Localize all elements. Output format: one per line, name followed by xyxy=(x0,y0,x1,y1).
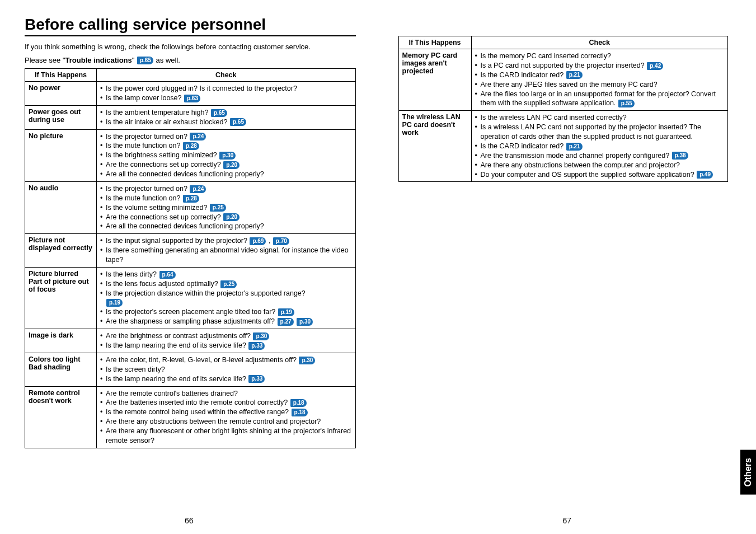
page-ref-icon[interactable]: p.19 xyxy=(106,299,123,307)
check-cell: Is the projector turned on? p.24Is the m… xyxy=(97,129,356,181)
check-item: Is the lens dirty? p.64 xyxy=(100,270,352,279)
page-ref-icon[interactable]: p.42 xyxy=(647,62,663,70)
page-ref-icon[interactable]: p.30 xyxy=(297,318,313,326)
page-ref-icon[interactable]: p.30 xyxy=(219,152,236,160)
check-item: Is the wireless LAN PC card inserted cor… xyxy=(475,113,725,123)
page-ref-icon[interactable]: p.18 xyxy=(292,409,308,416)
page-ref-icon[interactable]: p.65 xyxy=(137,57,153,64)
check-item: Are all the connected devices functionin… xyxy=(100,170,352,179)
table-row: Picture blurred Part of picture out of f… xyxy=(25,267,356,329)
check-item: Are the batteries inserted into the remo… xyxy=(100,398,352,407)
check-cell: Are the remote control's batteries drain… xyxy=(97,386,356,448)
side-tab-others: Others xyxy=(740,450,756,495)
check-item: Is the CARD indicator red? p.21 xyxy=(475,71,725,80)
issue-cell: Remote control doesn't work xyxy=(25,386,97,448)
check-item: Is the projection distance within the pr… xyxy=(100,289,352,308)
check-cell: Are the brightness or contrast adjustmen… xyxy=(97,329,356,353)
check-cell: Is the wireless LAN PC card inserted cor… xyxy=(471,111,728,182)
page-ref-icon[interactable]: p.33 xyxy=(248,375,265,383)
page-ref-icon[interactable]: p.65 xyxy=(211,109,227,117)
check-item: Is the mute function on? p.28 xyxy=(100,194,352,203)
check-item: Is the power cord plugged in? Is it conn… xyxy=(100,84,352,93)
page-ref-icon[interactable]: p.65 xyxy=(230,118,246,126)
page-ref-icon[interactable]: p.69 xyxy=(250,237,266,245)
table-row: The wireless LAN PC card doesn't workIs … xyxy=(398,111,728,182)
intro-line-2: Please see "Trouble indications" p.65 as… xyxy=(25,55,356,65)
table-row: Image is darkAre the brightness or contr… xyxy=(25,329,356,353)
page-ref-icon[interactable]: p.38 xyxy=(672,152,688,160)
page-ref-icon[interactable]: p.27 xyxy=(278,318,294,326)
table-row: No pictureIs the projector turned on? p.… xyxy=(25,129,356,181)
page-ref-icon[interactable]: p.25 xyxy=(220,280,237,288)
page-ref-icon[interactable]: p.28 xyxy=(183,195,199,203)
check-cell: Is the memory PC card inserted correctly… xyxy=(471,49,728,111)
check-item: Are there any obstructions between the r… xyxy=(100,417,352,427)
table-row: Power goes out during useIs the ambient … xyxy=(25,105,356,129)
page-ref-icon[interactable]: p.20 xyxy=(223,161,240,169)
th-check: Check xyxy=(471,36,728,49)
page-ref-icon[interactable]: p.55 xyxy=(618,100,635,107)
page-number-right: 67 xyxy=(378,516,757,525)
check-item: Is the remote control being used within … xyxy=(100,407,352,417)
page-ref-icon[interactable]: p.21 xyxy=(566,71,583,79)
check-item: Are the connections set up correctly? p.… xyxy=(100,213,352,222)
issue-cell: No audio xyxy=(25,181,97,233)
check-item: Is the ambient temperature high? p.65 xyxy=(100,108,352,118)
check-item: Are the color, tint, R-level, G-level, o… xyxy=(100,355,352,365)
table-row: No powerIs the power cord plugged in? Is… xyxy=(25,82,356,106)
troubleshoot-table-left: If This Happens Check No powerIs the pow… xyxy=(25,68,356,448)
page-ref-icon[interactable]: p.49 xyxy=(697,171,713,179)
page-title: Before calling service personnel xyxy=(25,16,356,36)
check-item: Is the projector's screen placement angl… xyxy=(100,307,352,317)
page-ref-icon[interactable]: p.20 xyxy=(223,213,240,221)
issue-cell: Picture blurred Part of picture out of f… xyxy=(25,267,97,329)
page-left: Before calling service personnel If you … xyxy=(0,0,378,534)
page-ref-icon[interactable]: p.63 xyxy=(184,95,200,102)
check-item: Is the projector turned on? p.24 xyxy=(100,184,352,194)
check-item: Is the mute function on? p.28 xyxy=(100,141,352,151)
check-item: Are there any JPEG files saved on the me… xyxy=(475,80,725,90)
check-item: Are the files too large or in an unsuppo… xyxy=(475,90,725,109)
check-cell: Is the input signal supported by the pro… xyxy=(97,234,356,268)
page-ref-icon[interactable]: p.25 xyxy=(210,204,226,212)
page-ref-icon[interactable]: p.64 xyxy=(159,271,176,279)
page-ref-icon[interactable]: p.70 xyxy=(273,237,289,245)
table-row: Picture not displayed correctlyIs the in… xyxy=(25,234,356,268)
issue-cell: No power xyxy=(25,82,97,106)
page-ref-icon[interactable]: p.24 xyxy=(190,185,206,193)
page-ref-icon[interactable]: p.30 xyxy=(299,357,315,364)
th-issue: If This Happens xyxy=(398,36,471,49)
th-issue: If This Happens xyxy=(25,69,97,82)
issue-cell: The wireless LAN PC card doesn't work xyxy=(398,111,471,182)
issue-cell: Memory PC card images aren't projected xyxy=(398,49,471,111)
check-cell: Is the projector turned on? p.24Is the m… xyxy=(97,181,356,233)
page-ref-icon[interactable]: p.28 xyxy=(183,142,199,150)
check-cell: Is the lens dirty? p.64Is the lens focus… xyxy=(97,267,356,329)
check-item: Are the brightness or contrast adjustmen… xyxy=(100,331,352,341)
page-ref-icon[interactable]: p.30 xyxy=(253,332,269,340)
table-row: Colors too light Bad shadingAre the colo… xyxy=(25,353,356,386)
check-item: Is the lamp nearing the end of its servi… xyxy=(100,374,352,384)
page-ref-icon[interactable]: p.19 xyxy=(278,308,294,316)
check-item: Is the volume setting minimized? p.25 xyxy=(100,203,352,213)
check-item: Is the CARD indicator red? p.21 xyxy=(475,142,725,151)
check-item: Is the input signal supported by the pro… xyxy=(100,236,352,246)
issue-cell: Colors too light Bad shading xyxy=(25,353,97,386)
check-item: Is the brightness setting minimized? p.3… xyxy=(100,151,352,160)
issue-cell: No picture xyxy=(25,129,97,181)
page-ref-icon[interactable]: p.21 xyxy=(566,143,583,151)
page-ref-icon[interactable]: p.24 xyxy=(190,133,206,140)
check-item: Are the remote control's batteries drain… xyxy=(100,389,352,399)
troubleshoot-table-right: If This Happens Check Memory PC card ima… xyxy=(398,36,729,182)
table-row: Remote control doesn't workAre the remot… xyxy=(25,386,356,448)
check-item: Is the screen dirty? xyxy=(100,365,352,374)
page-ref-icon[interactable]: p.33 xyxy=(248,342,265,350)
table-row: Memory PC card images aren't projectedIs… xyxy=(398,49,728,111)
check-item: Is there something generating an abnorma… xyxy=(100,246,352,265)
issue-cell: Power goes out during use xyxy=(25,105,97,129)
intro-line-1: If you think something is wrong, check t… xyxy=(25,42,356,52)
page-ref-icon[interactable]: p.18 xyxy=(290,399,307,407)
check-item: Is the lens focus adjusted optimally? p.… xyxy=(100,279,352,289)
issue-cell: Picture not displayed correctly xyxy=(25,234,97,268)
page-right: If This Happens Check Memory PC card ima… xyxy=(378,0,757,534)
